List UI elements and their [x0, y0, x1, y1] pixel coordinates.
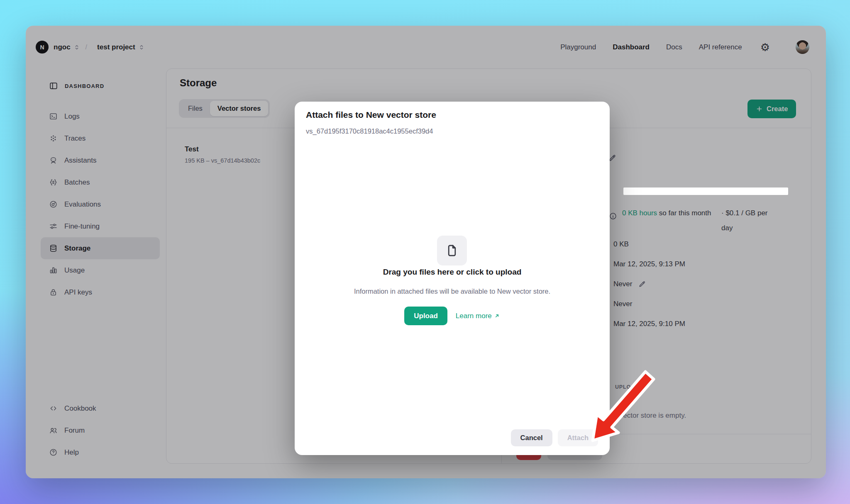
app-window: N ngoc / test project Playground Dashboa… — [26, 26, 826, 478]
upload-button[interactable]: Upload — [404, 307, 447, 325]
cancel-button[interactable]: Cancel — [511, 429, 552, 446]
vector-store-id: vs_67d195f3170c81918ac4c1955ecf39d4 — [306, 127, 433, 135]
document-icon-tile — [437, 236, 467, 265]
dropzone-title: Drag you files here or click to upload — [295, 268, 610, 277]
attach-button-disabled[interactable]: Attach — [558, 429, 598, 446]
usage-bar — [623, 187, 788, 195]
file-dropzone[interactable] — [295, 143, 610, 418]
document-icon — [445, 243, 459, 258]
modal-footer: Cancel Attach — [511, 429, 598, 446]
attach-files-modal: Attach files to New vector store vs_67d1… — [295, 102, 610, 455]
modal-title: Attach files to New vector store — [306, 110, 436, 120]
dropzone-subtitle: Information in attached files will be av… — [295, 287, 610, 295]
desktop-background: N ngoc / test project Playground Dashboa… — [0, 0, 850, 504]
external-link-icon — [494, 313, 500, 319]
learn-more-link[interactable]: Learn more — [456, 312, 500, 320]
upload-row: Upload Learn more — [295, 307, 610, 325]
